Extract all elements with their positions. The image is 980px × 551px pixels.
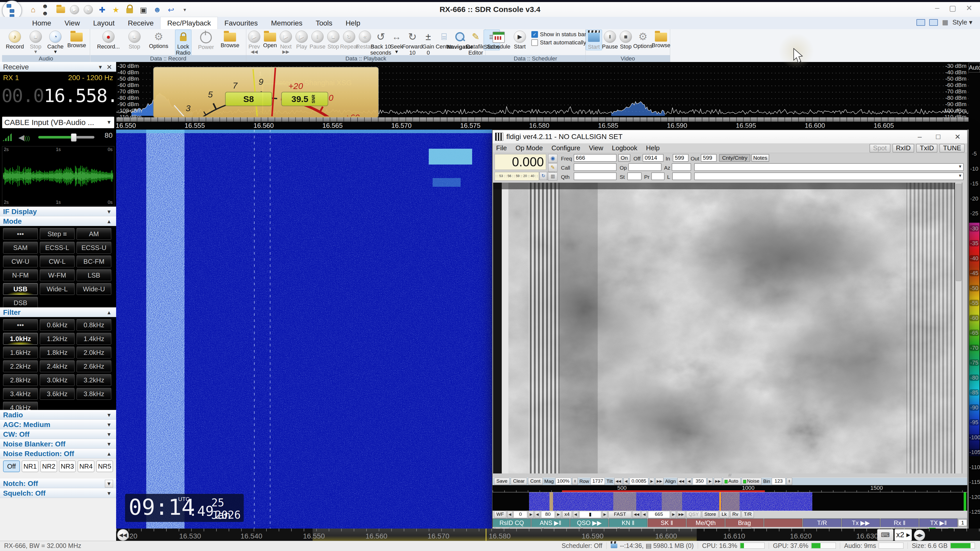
wefax-control[interactable]: 350 <box>693 478 706 485</box>
l-input[interactable] <box>672 172 691 180</box>
macro-button[interactable]: Rx ‖ <box>880 519 919 527</box>
mode-button[interactable]: ECSS-L <box>40 242 75 254</box>
playback-open-button[interactable]: Open <box>262 30 278 48</box>
wf-control[interactable]: Lk <box>719 511 729 518</box>
wefax-control[interactable]: ⇕ <box>572 478 578 485</box>
pr-input[interactable] <box>651 172 665 180</box>
wf-control[interactable]: ◀ <box>508 511 513 518</box>
wf-control[interactable]: ▶ <box>671 511 676 518</box>
op-input[interactable] <box>628 163 662 171</box>
log-combo-2[interactable] <box>694 172 964 180</box>
ribbon-tab[interactable]: Rec/Playback <box>160 17 218 29</box>
macro-button[interactable]: T/R <box>803 519 841 527</box>
data-record-stop-button[interactable]: ■Stop <box>127 30 142 50</box>
mode-button[interactable]: Step ≡ <box>40 228 75 240</box>
wefax-waterfall[interactable] <box>493 492 967 511</box>
mode-button[interactable]: SAM <box>3 242 38 254</box>
wefax-control[interactable]: ⇕ <box>787 478 792 485</box>
fldigi-menu-item[interactable]: File <box>496 144 507 152</box>
noise-reduction-button[interactable]: Off <box>3 460 20 472</box>
data-record-browse-button[interactable]: Browse <box>221 30 239 48</box>
playback-stop-button[interactable]: ■Stop <box>325 30 341 50</box>
filter-button[interactable]: 1.4kHz <box>76 333 111 345</box>
show-in-status-bar-checkbox[interactable]: ✓Show in status bar <box>531 31 586 38</box>
tag-icon[interactable]: ✎ <box>548 163 557 172</box>
radio-section[interactable]: Radio▼ <box>0 410 116 420</box>
zoom-button[interactable]: x2 ▸ <box>894 529 912 541</box>
wefax-control[interactable]: ◀◀ <box>677 478 686 485</box>
receive-panel-header[interactable]: Receive ▼ ✕ <box>0 62 116 72</box>
filter-button[interactable]: 0.6kHz <box>40 319 75 331</box>
fldigi-maximize-icon[interactable]: □ <box>936 133 940 141</box>
mode-button[interactable]: Wide-L <box>40 283 75 295</box>
fldigi-id-button[interactable]: RxID <box>892 144 915 152</box>
grid-icon[interactable]: ▦ <box>942 18 948 26</box>
main-frequency-ruler[interactable]: 52016.53016.54016.55016.56016.57016.5801… <box>116 529 980 541</box>
schedule-button[interactable]: Schedule <box>487 30 511 50</box>
wf-control[interactable]: ▶ <box>556 511 561 518</box>
playback-pause-button[interactable]: ‖Pause <box>310 30 325 50</box>
filter-button[interactable]: 0.8kHz <box>76 319 111 331</box>
filter-button[interactable]: 1.6kHz <box>3 347 38 359</box>
volume-slider[interactable] <box>38 136 94 138</box>
mode-button[interactable]: W-FM <box>40 269 75 281</box>
agc-section[interactable]: AGC: Medium▼ <box>0 420 116 429</box>
ribbon-tab[interactable]: Memories <box>264 17 309 29</box>
mode-button[interactable]: ECSS-U <box>76 242 111 254</box>
wefax-ruler[interactable]: 50010001500 <box>493 485 967 492</box>
mode-button[interactable]: N-FM <box>3 269 38 281</box>
wf-control[interactable]: QSY <box>686 511 701 518</box>
wefax-control[interactable]: Clear <box>511 478 527 485</box>
wf-control[interactable]: Store <box>702 511 718 518</box>
wf-control[interactable]: ▶ <box>528 511 534 518</box>
mode-button[interactable]: ••• <box>3 228 38 240</box>
filter-button[interactable]: ••• <box>3 319 38 331</box>
connections-icon[interactable]: ☻☻ <box>42 5 52 15</box>
undo-icon[interactable]: ↩ <box>166 5 176 15</box>
call-input[interactable] <box>574 163 617 171</box>
if-display-section[interactable]: IF Display▼ <box>0 206 116 216</box>
audio-stop-button[interactable]: ■Stop▼ <box>28 30 44 54</box>
filter-section[interactable]: Filter▲ <box>0 307 116 317</box>
playback-next-button[interactable]: ▶Next▶▶ <box>278 30 294 54</box>
wefax-control[interactable]: 1737 <box>590 478 605 485</box>
snapshot-icon[interactable]: ▣ <box>138 5 148 15</box>
wefax-control[interactable]: Noise <box>741 478 762 485</box>
fldigi-frequency-display[interactable]: 0.000 <box>495 154 546 170</box>
book-icon[interactable]: ▥ <box>548 172 557 181</box>
fldigi-id-button[interactable]: Spot <box>870 144 891 152</box>
fldigi-window[interactable]: fldigi ver4.2.11 - NO CALLSIGN SET – □ ✕… <box>492 130 968 529</box>
filter-button[interactable]: 2.2kHz <box>3 360 38 372</box>
scheduler-start-button[interactable]: ▶Start <box>512 30 528 50</box>
macro-button[interactable]: Brag <box>725 519 764 527</box>
filter-button[interactable]: 2.0kHz <box>76 347 111 359</box>
noise-reduction-button[interactable]: NR4 <box>78 460 94 472</box>
video-pause-button[interactable]: ‖Pause <box>602 30 618 50</box>
lock-icon[interactable] <box>124 5 135 15</box>
qth-input[interactable] <box>574 172 617 180</box>
volume-slider-thumb[interactable] <box>71 133 76 141</box>
wf-control[interactable]: ▶▶ <box>677 511 685 518</box>
playback-back10-button[interactable]: ↺Back 10 seconds <box>373 30 389 56</box>
folder-icon[interactable] <box>56 5 66 15</box>
home-icon[interactable]: ⌂ <box>28 5 38 15</box>
wefax-splitter[interactable]: /// <box>493 473 967 478</box>
scroll-left-button[interactable]: ◀◀ <box>117 529 129 541</box>
squelch-section[interactable]: Squelch: Off▼ <box>0 488 116 498</box>
fldigi-minimize-icon[interactable]: – <box>918 133 922 141</box>
playback-repeat-button[interactable]: ↻Repeat <box>341 30 357 50</box>
cw-section[interactable]: CW: Off▼ <box>0 429 116 439</box>
fldigi-close-icon[interactable]: ✕ <box>955 133 961 141</box>
waterfall-palette-scale[interactable]: Auto -5-10-15-20-25-30-35-40-45-50-55-60… <box>969 62 980 529</box>
stop-icon[interactable]: ■ <box>83 5 94 15</box>
maximize-icon[interactable]: ▢ <box>949 3 956 14</box>
fldigi-titlebar[interactable]: fldigi ver4.2.11 - NO CALLSIGN SET – □ ✕ <box>493 130 967 144</box>
mode-button[interactable]: CW-U <box>3 256 38 267</box>
st-input[interactable] <box>627 172 641 180</box>
wefax-control[interactable]: Align <box>665 478 676 484</box>
wefax-control[interactable]: ◀ <box>687 478 692 485</box>
noise-reduction-section[interactable]: Noise Reduction: Off▲ <box>0 449 116 458</box>
filter-button[interactable]: 3.2kHz <box>76 374 111 386</box>
filter-button[interactable]: 1.8kHz <box>40 347 75 359</box>
mode-button[interactable]: DSB <box>3 297 38 309</box>
